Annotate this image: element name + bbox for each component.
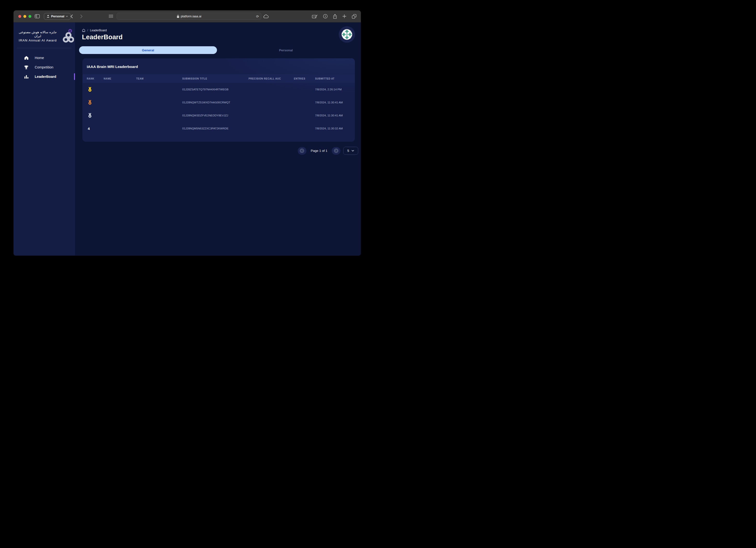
tab-overview-icon[interactable]: [352, 14, 357, 19]
sidebar-item-home[interactable]: Home: [13, 54, 75, 62]
browser-window: Personal: [13, 10, 361, 256]
leaderboard-tabs: GeneralPersonal: [79, 46, 355, 54]
avatar[interactable]: [339, 26, 355, 43]
col-precision-recall-auc: PRECISION RECALL AUC: [249, 77, 294, 80]
toolbar-right-icons: [312, 14, 357, 19]
trophy-icon: [24, 65, 28, 69]
breadcrumb-separator: /: [87, 29, 88, 32]
lock-icon: [177, 15, 179, 18]
rank-value: 4: [87, 127, 104, 131]
col-rank: RANK: [87, 77, 104, 80]
col-entries: ENTRIES: [294, 77, 315, 80]
next-page-button[interactable]: [332, 147, 340, 155]
chevron-right-icon: [334, 149, 338, 153]
chevron-down-icon: [351, 150, 354, 152]
breadcrumb-item[interactable]: LeaderBoard: [90, 29, 107, 32]
app-content: جایزه سالانه هوش مصنوعی ایران IRAN Annua…: [13, 22, 361, 256]
medal-silver-icon: [87, 113, 104, 118]
submitted-at-value: 7/8/2024, 11:30:32 AM: [315, 127, 351, 130]
col-name: NAME: [104, 77, 136, 80]
sidebar-item-leaderboard[interactable]: LeaderBoard: [13, 73, 75, 81]
cloud-icon[interactable]: [263, 14, 269, 18]
prev-page-button[interactable]: [298, 147, 306, 155]
medal-gold-icon: [87, 87, 104, 92]
submitted-at-value: 7/8/2024, 2:26:14 PM: [315, 88, 351, 91]
app-logo: جایزه سالانه هوش مصنوعی ایران IRAN Annua…: [13, 22, 75, 48]
submission-title-value: 01J28NQM5N63ZZXC3PAT2KWRDE: [182, 127, 249, 130]
logo-title-farsi: جایزه سالانه هوش مصنوعی ایران: [17, 30, 59, 38]
table-row: 01J28NQWTZ51WXD7HAS00CRWQT7/8/2024, 11:3…: [82, 96, 355, 109]
submitted-at-value: 7/8/2024, 11:30:41 AM: [315, 114, 351, 117]
leaderboard-title: IAAA Brain MRI Leaderboard: [87, 65, 355, 69]
chevron-down-icon: [66, 16, 68, 17]
leaderboard-card: IAAA Brain MRI Leaderboard RANK NAME TEA…: [82, 58, 355, 142]
table-row: 401J28NQM5N63ZZXC3PAT2KWRDE7/8/2024, 11:…: [82, 122, 355, 135]
col-team: TEAM: [136, 77, 182, 80]
sidebar-toggle-icon[interactable]: [35, 14, 40, 18]
iaaa-logo-icon: [61, 29, 74, 44]
col-submission-title: SUBMISSION TITLE: [182, 77, 249, 80]
info-icon[interactable]: [323, 14, 328, 19]
sidebar-menu: HomeCompetitionLeaderBoard: [13, 54, 75, 81]
back-icon[interactable]: [70, 14, 73, 19]
sidebar-divider: [17, 48, 72, 48]
profile-label: Personal: [51, 14, 64, 18]
sidebar: جایزه سالانه هوش مصنوعی ایران IRAN Annua…: [13, 22, 75, 256]
address-bar[interactable]: platform.iaaa.ai ⟳: [117, 13, 261, 20]
new-tab-icon[interactable]: [342, 14, 346, 18]
desktop: Personal: [0, 0, 378, 274]
breadcrumb: / LeaderBoard: [82, 29, 355, 32]
sidebar-item-label: Competition: [35, 65, 53, 69]
page-size-select[interactable]: 5: [343, 147, 358, 155]
table-body: 01J28ZSATETQ797NH4XHRTWEGB7/8/2024, 2:26…: [82, 83, 355, 135]
zoom-window-button[interactable]: [28, 15, 31, 18]
table-header: RANK NAME TEAM SUBMISSION TITLE PRECISIO…: [82, 74, 355, 83]
person-icon: [47, 15, 50, 18]
browser-toolbar: Personal: [13, 10, 361, 22]
medal-orange-icon: [87, 100, 104, 105]
col-submitted-at: SUBMITTED AT: [315, 77, 351, 80]
minimize-window-button[interactable]: [23, 15, 26, 18]
tab-personal[interactable]: Personal: [217, 46, 355, 54]
chevron-left-icon: [300, 149, 304, 153]
table-row: 01J28ZSATETQ797NH4XHRTWEGB7/8/2024, 2:26…: [82, 83, 355, 96]
logo-title-english: IRAN Annual AI Award: [17, 39, 59, 42]
window-controls: [18, 10, 31, 22]
home-outline-icon[interactable]: [82, 29, 85, 32]
submitted-at-value: 7/8/2024, 11:30:41 AM: [315, 101, 351, 104]
extensions-grid-icon[interactable]: [109, 15, 113, 18]
bar-chart-icon: [24, 75, 28, 79]
sidebar-item-label: Home: [35, 56, 44, 60]
share-icon[interactable]: [333, 14, 337, 19]
close-window-button[interactable]: [18, 15, 21, 18]
page-size-value: 5: [347, 149, 349, 153]
submission-title-value: 01J28NQWTZ51WXD7HAS00CRWQT: [182, 101, 249, 104]
forward-icon[interactable]: [80, 14, 83, 19]
home-icon: [24, 56, 28, 60]
submission-title-value: 01J28ZSATETQ797NH4XHRTWEGB: [182, 88, 249, 91]
reload-icon[interactable]: ⟳: [256, 14, 259, 18]
url-text: platform.iaaa.ai: [181, 15, 201, 18]
page-indicator: Page 1 of 1: [311, 149, 327, 153]
sidebar-item-competition[interactable]: Competition: [13, 63, 75, 71]
profile-button[interactable]: Personal: [44, 13, 71, 20]
sidebar-item-label: LeaderBoard: [35, 75, 56, 79]
table-row: 01J28NQW3DZFVE2NEDDY8EVJZJ7/8/2024, 11:3…: [82, 109, 355, 122]
pagination: Page 1 of 1 5: [82, 147, 358, 155]
submission-title-value: 01J28NQW3DZFVE2NEDDY8EVJZJ: [182, 114, 249, 117]
main-panel: / LeaderBoard LeaderBoard: [75, 22, 361, 256]
tab-general[interactable]: General: [79, 46, 217, 54]
page-title: LeaderBoard: [82, 34, 355, 41]
compose-icon[interactable]: [312, 14, 318, 19]
